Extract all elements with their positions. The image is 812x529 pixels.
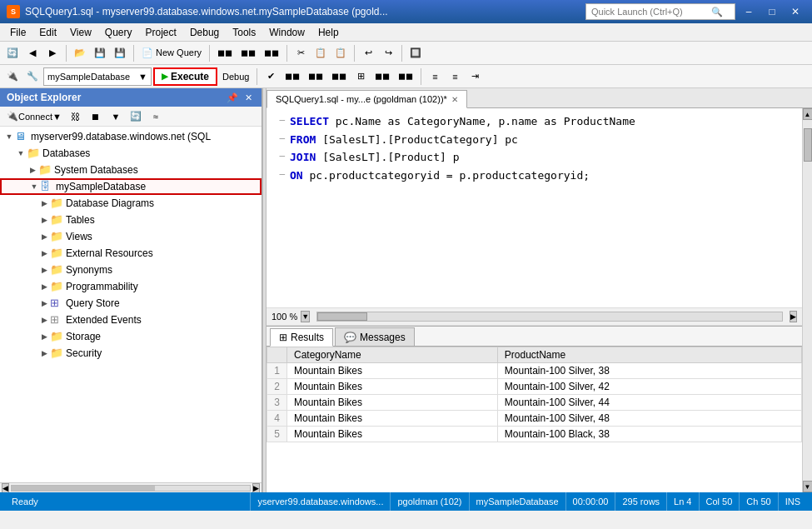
menu-tools[interactable]: Tools [226, 25, 262, 40]
zoom-btn[interactable]: 🔲 [406, 44, 425, 62]
messages-tab[interactable]: 💬 Messages [335, 327, 415, 346]
table-row[interactable]: 3Mountain BikesMountain-100 Silver, 44 [267, 395, 802, 411]
results3-btn[interactable]: ◼◼ [395, 67, 416, 86]
toolbar-btn2[interactable]: ◼◼ [237, 44, 259, 62]
vscroll-track[interactable] [803, 120, 813, 481]
menu-query[interactable]: Query [98, 25, 139, 40]
results-tab[interactable]: ⊞ Results [270, 328, 333, 347]
table-row[interactable]: 1Mountain BikesMountain-100 Silver, 38 [267, 363, 802, 379]
debug-label-btn[interactable]: Debug [219, 67, 252, 86]
tree-item-diagrams[interactable]: ▶ 📁 Database Diagrams [0, 195, 262, 212]
table-row[interactable]: 2Mountain BikesMountain-100 Silver, 42 [267, 379, 802, 395]
databases-icon: 📁 [27, 147, 40, 160]
explorer-scrollbar[interactable]: ◀ ▶ [0, 482, 262, 492]
grid-btn[interactable]: ⊞ [351, 67, 370, 86]
tab-close-btn[interactable]: ✕ [451, 95, 458, 104]
code-editor[interactable]: – SELECT pc.Name as CategoryName, p.name… [267, 108, 802, 307]
align-left-btn[interactable]: ≡ [426, 67, 444, 86]
save-btn[interactable]: 💾 [91, 44, 109, 62]
menu-edit[interactable]: Edit [32, 25, 63, 40]
arrow-left-btn[interactable]: ◀ [23, 44, 42, 62]
db-selector[interactable]: mySampleDatabase ▼ [43, 67, 152, 86]
table-row[interactable]: 4Mountain BikesMountain-100 Silver, 48 [267, 411, 802, 427]
qs-label: Query Store [66, 297, 120, 309]
explorer-filter-btn[interactable]: ▼ [107, 107, 125, 126]
copy-btn[interactable]: 📋 [311, 44, 330, 62]
sep1 [66, 45, 67, 62]
minimize-button[interactable]: – [739, 5, 759, 18]
tree-item-tables[interactable]: ▶ 📁 Tables [0, 212, 262, 228]
save-all-btn[interactable]: 💾 [111, 44, 129, 62]
toolbar-btn1[interactable]: ◼◼ [214, 44, 236, 62]
parse2-btn[interactable]: ◼◼ [305, 67, 326, 86]
tree-item-events[interactable]: ▶ ⊞ Extended Events [0, 312, 262, 328]
open-btn[interactable]: 📂 [71, 44, 89, 62]
explorer-header: Object Explorer 📌 ✕ [0, 88, 262, 107]
connect-btn[interactable]: 🔌 Connect ▼ [3, 107, 65, 126]
tree-item-systemdb[interactable]: ▶ 📁 System Databases [0, 162, 262, 178]
db-selector-label: mySampleDatabase [47, 72, 130, 82]
quick-launch-input[interactable] [591, 7, 708, 17]
parse-btn[interactable]: ◼◼ [281, 67, 303, 86]
vscroll-down-btn[interactable]: ▼ [803, 481, 813, 492]
conn-btn[interactable]: 🔌 [3, 67, 22, 86]
new-query-btn[interactable]: 📄 New Query [138, 44, 205, 62]
pin-button[interactable]: 📌 [224, 92, 241, 103]
expand-systemdb-icon: ▶ [27, 164, 38, 176]
check-btn[interactable]: ✔ [262, 67, 280, 86]
panel-close-button[interactable]: ✕ [242, 92, 255, 103]
editor-vscrollbar[interactable]: ▲ ▼ [802, 108, 812, 492]
close-button[interactable]: ✕ [785, 5, 805, 18]
tree-item-external[interactable]: ▶ 📁 External Resources [0, 245, 262, 262]
scroll-right-btn[interactable]: ▶ [252, 483, 260, 493]
summary-btn[interactable]: ≈ [147, 107, 165, 126]
table-row[interactable]: 5Mountain BikesMountain-100 Black, 38 [267, 427, 802, 442]
prog-label: Programmability [66, 281, 138, 292]
scroll-left-btn[interactable]: ◀ [2, 483, 9, 493]
undo-btn[interactable]: ↩ [359, 44, 377, 62]
tree-item-querystore[interactable]: ▶ ⊞ Query Store [0, 295, 262, 312]
kw-on: ON [290, 169, 303, 182]
menu-debug[interactable]: Debug [183, 25, 226, 40]
sql-query-tab[interactable]: SQLQuery1.sql - my...e (pgoldman (102))*… [267, 90, 467, 108]
vscroll-up-btn[interactable]: ▲ [803, 108, 813, 120]
parse3-btn[interactable]: ◼◼ [328, 67, 350, 86]
results2-btn[interactable]: ◼◼ [371, 67, 393, 86]
toolbar-btn3[interactable]: ◼◼ [261, 44, 282, 62]
tree-item-views[interactable]: ▶ 📁 Views [0, 228, 262, 245]
tree-item-mySampleDatabase[interactable]: ▼ 🗄 mySampleDatabase [0, 178, 262, 195]
filter-btn[interactable]: 🔧 [23, 67, 42, 86]
refresh-btn[interactable]: 🔄 [127, 107, 145, 126]
scroll-track[interactable] [11, 485, 251, 492]
new-file-btn[interactable]: 🔄 [3, 44, 22, 62]
cell-category: Mountain Bikes [287, 395, 498, 411]
stop-btn[interactable]: ⏹ [87, 107, 105, 126]
tree-item-server[interactable]: ▼ 🖥 myserver99.database.windows.net (SQL [0, 128, 262, 145]
menu-help[interactable]: Help [311, 25, 346, 40]
arrow-right-btn[interactable]: ▶ [43, 44, 62, 62]
tree-item-storage[interactable]: ▶ 📁 Storage [0, 328, 262, 345]
menu-project[interactable]: Project [139, 25, 183, 40]
scroll-right2-btn[interactable]: ▶ [790, 311, 797, 322]
maximize-button[interactable]: □ [762, 5, 782, 18]
tree-item-databases[interactable]: ▼ 📁 Databases [0, 145, 262, 162]
menu-file[interactable]: File [3, 25, 32, 40]
tree-item-programmability[interactable]: ▶ 📁 Programmability [0, 278, 262, 295]
menu-view[interactable]: View [63, 25, 98, 40]
tree-item-security[interactable]: ▶ 📁 Security [0, 345, 262, 362]
align2-btn[interactable]: ≡ [446, 67, 464, 86]
expand-databases-icon: ▼ [15, 147, 27, 159]
sep3 [209, 45, 210, 62]
execute-button[interactable]: ▶ Execute [153, 67, 217, 86]
indent-btn[interactable]: ⇥ [466, 67, 484, 86]
quick-launch-box[interactable]: 🔍 [585, 3, 735, 20]
menu-window[interactable]: Window [262, 25, 311, 40]
disconnect-btn[interactable]: ⛓ [67, 107, 85, 126]
cut-btn[interactable]: ✂ [291, 44, 310, 62]
redo-btn[interactable]: ↪ [379, 44, 397, 62]
tree-item-synonyms[interactable]: ▶ 📁 Synonyms [0, 262, 262, 278]
line-num-3: – [273, 149, 290, 166]
paste-btn[interactable]: 📋 [331, 44, 350, 62]
zoom-scrollbar[interactable] [316, 312, 783, 322]
zoom-dropdown-btn[interactable]: ▼ [301, 311, 310, 322]
